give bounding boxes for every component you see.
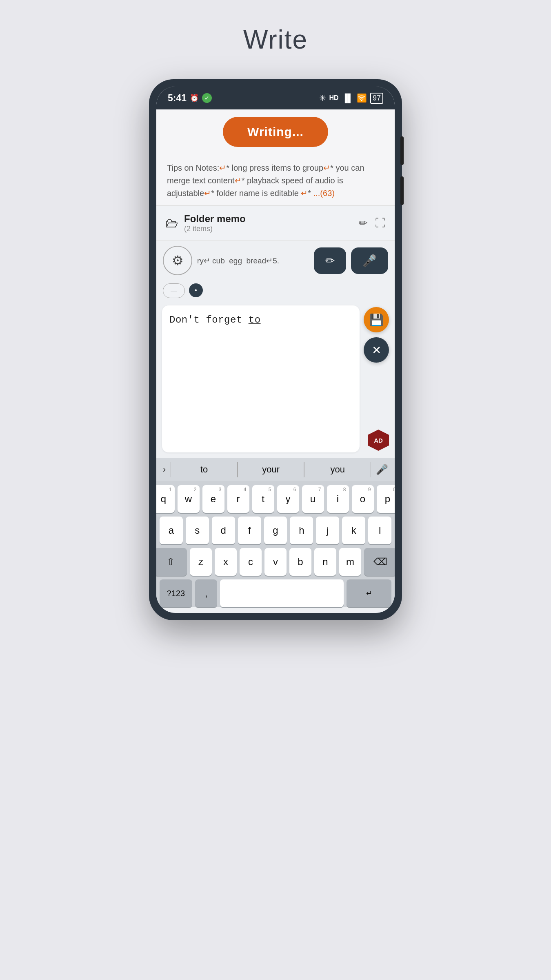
key-k[interactable]: k bbox=[342, 517, 365, 544]
signal-icon: ▐▌ bbox=[342, 94, 353, 103]
tips-label: Tips on Notes: bbox=[167, 163, 219, 172]
side-buttons bbox=[400, 136, 404, 205]
phone-shell: 5:41 ⏰ ✓ ✳ HD ▐▌ 🛜 97 Writing... bbox=[149, 79, 402, 620]
voice-input-button[interactable]: 🎤 bbox=[371, 461, 393, 478]
ad-badge: AD bbox=[368, 430, 389, 451]
page-wrapper: Write 5:41 ⏰ ✓ ✳ HD ▐▌ 🛜 97 bbox=[0, 0, 551, 980]
key-u[interactable]: 7u bbox=[302, 485, 324, 513]
key-e[interactable]: 3e bbox=[202, 485, 224, 513]
bluetooth-icon: ✳ bbox=[319, 93, 326, 103]
tips-return-4: ↵ bbox=[204, 189, 211, 198]
tips-return-2: ↵ bbox=[323, 163, 330, 172]
keyboard-row-3: ⇧ z x c v b n m ⌫ bbox=[160, 548, 391, 576]
battery-level: 97 bbox=[373, 94, 381, 102]
status-bar: 5:41 ⏰ ✓ ✳ HD ▐▌ 🛜 97 bbox=[156, 87, 395, 109]
tips-return-5: ↵ bbox=[301, 189, 308, 198]
key-f[interactable]: f bbox=[238, 517, 261, 544]
suggestion-your[interactable]: your bbox=[238, 462, 304, 477]
folder-count: (2 items) bbox=[184, 225, 246, 233]
folder-info: Folder memo (2 items) bbox=[184, 213, 246, 233]
close-icon: ✕ bbox=[372, 343, 381, 357]
android-icon: ✓ bbox=[202, 93, 212, 103]
close-button[interactable]: ✕ bbox=[364, 337, 389, 363]
key-r[interactable]: 4r bbox=[227, 485, 249, 513]
key-h[interactable]: h bbox=[290, 517, 313, 544]
ad-label: AD bbox=[374, 437, 383, 444]
folder-actions: ✏ ⛶ bbox=[359, 217, 386, 229]
key-g[interactable]: g bbox=[264, 517, 287, 544]
text-input-section: Don't forget to 💾 ✕ AD bbox=[156, 303, 395, 458]
return-key[interactable]: ↵ bbox=[347, 579, 391, 607]
key-p[interactable]: 0p bbox=[377, 485, 395, 513]
key-n[interactable]: n bbox=[314, 548, 336, 576]
wifi-icon: 🛜 bbox=[357, 93, 367, 103]
key-q[interactable]: 1q bbox=[156, 485, 175, 513]
key-s[interactable]: s bbox=[186, 517, 209, 544]
key-y[interactable]: 6y bbox=[277, 485, 299, 513]
key-o[interactable]: 9o bbox=[352, 485, 374, 513]
suggestion-to[interactable]: to bbox=[171, 462, 238, 477]
note-preview-text: ry↵ cub egg bread↵5. bbox=[197, 256, 309, 265]
suggestions-expand-button[interactable]: › bbox=[158, 462, 171, 477]
key-m[interactable]: m bbox=[339, 548, 361, 576]
key-w[interactable]: 2w bbox=[178, 485, 200, 513]
edit-folder-button[interactable]: ✏ bbox=[359, 217, 368, 229]
phone-screen: 5:41 ⏰ ✓ ✳ HD ▐▌ 🛜 97 Writing... bbox=[156, 87, 395, 613]
folder-icon: 🗁 bbox=[165, 216, 178, 231]
fullscreen-button[interactable]: ⛶ bbox=[375, 217, 386, 229]
volume-up-button[interactable] bbox=[400, 136, 404, 165]
space-key[interactable] bbox=[220, 579, 344, 607]
toolbar-row: ⚙ ry↵ cub egg bread↵5. ✏ 🎤 bbox=[156, 241, 395, 280]
key-i[interactable]: 8i bbox=[327, 485, 349, 513]
tips-more[interactable]: ...(63) bbox=[313, 189, 335, 198]
save-button[interactable]: 💾 bbox=[364, 307, 389, 332]
note-content: Don't forget to bbox=[169, 314, 352, 325]
symbols-key[interactable]: ?123 bbox=[160, 579, 192, 607]
fab-buttons: 💾 ✕ bbox=[364, 305, 389, 363]
keyboard-row-1: 1q 2w 3e 4r 5t 6y 7u 8i 9o 0p bbox=[160, 485, 391, 513]
mic-button[interactable]: 🎤 bbox=[351, 247, 388, 274]
key-l[interactable]: l bbox=[368, 517, 391, 544]
tips-section: Tips on Notes:↵* long press items to gro… bbox=[156, 154, 395, 206]
status-time: 5:41 bbox=[168, 93, 187, 104]
key-a[interactable]: a bbox=[160, 517, 183, 544]
writing-banner: Writing... bbox=[156, 109, 395, 154]
folder-left: 🗁 Folder memo (2 items) bbox=[165, 213, 246, 233]
keyboard-row-4: ?123 , ↵ bbox=[160, 579, 391, 607]
backspace-key[interactable]: ⌫ bbox=[364, 548, 395, 576]
keyboard: 1q 2w 3e 4r 5t 6y 7u 8i 9o 0p a s d f bbox=[156, 481, 395, 607]
key-d[interactable]: d bbox=[212, 517, 235, 544]
gear-icon: ⚙ bbox=[172, 253, 184, 268]
suggestion-you[interactable]: you bbox=[304, 462, 371, 477]
writing-button[interactable]: Writing... bbox=[223, 117, 328, 147]
tips-return-1: ↵ bbox=[219, 163, 226, 172]
tips-return-3: ↵ bbox=[235, 176, 242, 185]
shift-key[interactable]: ⇧ bbox=[156, 548, 187, 576]
alarm-icon: ⏰ bbox=[190, 94, 199, 102]
settings-button[interactable]: ⚙ bbox=[163, 246, 192, 275]
folder-section: 🗁 Folder memo (2 items) ✏ ⛶ bbox=[156, 206, 395, 241]
mini-buttons: — • bbox=[163, 283, 203, 298]
key-v[interactable]: v bbox=[264, 548, 287, 576]
key-c[interactable]: c bbox=[240, 548, 262, 576]
key-b[interactable]: b bbox=[289, 548, 311, 576]
keyboard-suggestions: › to your you 🎤 bbox=[156, 458, 395, 481]
pencil-button[interactable]: ✏ bbox=[314, 247, 346, 274]
key-x[interactable]: x bbox=[215, 548, 237, 576]
mini-dark-button[interactable]: • bbox=[189, 283, 203, 297]
note-area-row: — • bbox=[156, 280, 395, 303]
key-j[interactable]: j bbox=[316, 517, 339, 544]
status-left: 5:41 ⏰ ✓ bbox=[168, 93, 212, 104]
keyboard-row-2: a s d f g h j k l bbox=[160, 517, 391, 544]
status-right: ✳ HD ▐▌ 🛜 97 bbox=[319, 93, 383, 104]
mini-outline-button[interactable]: — bbox=[163, 283, 185, 298]
hd-badge: HD bbox=[329, 94, 339, 102]
key-z[interactable]: z bbox=[190, 548, 212, 576]
battery-indicator: 97 bbox=[370, 93, 383, 104]
volume-down-button[interactable] bbox=[400, 176, 404, 205]
save-icon: 💾 bbox=[369, 313, 384, 327]
key-t[interactable]: 5t bbox=[252, 485, 274, 513]
folder-name: Folder memo bbox=[184, 213, 246, 225]
comma-key[interactable]: , bbox=[195, 579, 217, 607]
note-textarea[interactable]: Don't forget to bbox=[162, 305, 360, 452]
